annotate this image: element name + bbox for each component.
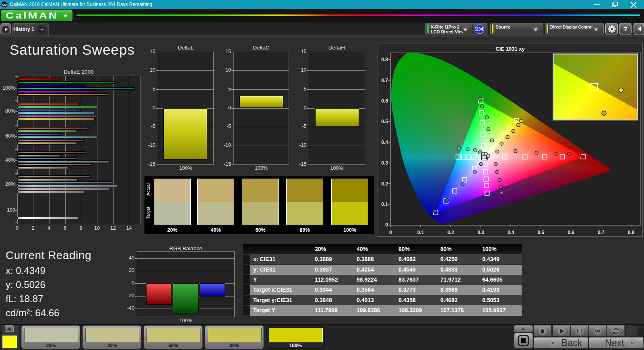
svg-text:0.5: 0.5 [538, 230, 545, 235]
svg-text:0.5: 0.5 [381, 119, 388, 124]
svg-text:0: 0 [385, 222, 388, 228]
svg-text:0: 0 [389, 230, 392, 235]
svg-text:0.3: 0.3 [381, 160, 388, 166]
svg-text:0.7: 0.7 [598, 230, 605, 235]
svg-text:0.4: 0.4 [381, 140, 388, 145]
svg-text:0.6: 0.6 [568, 230, 574, 235]
svg-text:0.7: 0.7 [381, 78, 388, 83]
svg-text:0.8: 0.8 [628, 230, 635, 235]
svg-text:0.2: 0.2 [447, 230, 454, 235]
svg-text:CM: CM [2, 3, 7, 6]
svg-text:0.4: 0.4 [508, 230, 514, 235]
svg-text:0.1: 0.1 [417, 230, 424, 235]
svg-text:0.1: 0.1 [381, 202, 388, 207]
svg-text:0.8: 0.8 [381, 57, 388, 62]
svg-text:0.3: 0.3 [477, 230, 484, 235]
svg-text:0.2: 0.2 [381, 181, 388, 187]
svg-text:0.6: 0.6 [381, 98, 388, 104]
